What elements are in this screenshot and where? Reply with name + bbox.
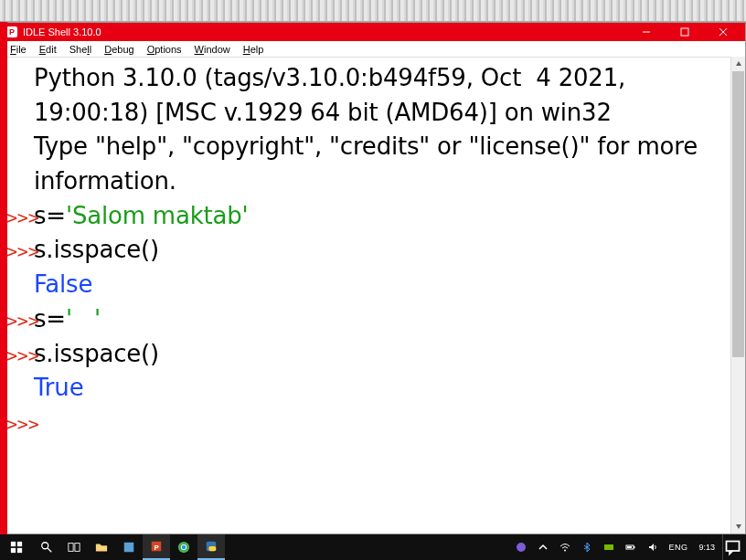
system-tray: ENG 9:13 [511,534,746,560]
task-view-button[interactable] [60,534,88,560]
vertical-scrollbar[interactable] [730,57,745,534]
file-explorer-taskbar[interactable] [88,534,115,560]
taskbar-left: P [0,534,225,560]
shell-output-area[interactable]: Python 3.10.0 (tags/v3.10.0:b494f59, Oct… [1,58,745,534]
menu-edit[interactable]: Edit [34,43,62,56]
menubar: File Edit Shell Debug Options Window Hel… [1,41,745,58]
svg-rect-22 [727,541,740,551]
scroll-up-button[interactable] [731,57,745,71]
windows-icon [10,541,23,554]
svg-rect-6 [69,544,73,552]
svg-rect-0 [681,28,688,36]
chrome-taskbar[interactable] [170,534,197,560]
tray-people-icon[interactable] [511,534,531,560]
svg-rect-21 [627,546,632,548]
powerpoint-taskbar[interactable]: P [143,534,170,560]
repl-prompt: >>> [6,406,34,438]
chrome-icon [177,541,190,554]
tray-battery-icon[interactable] [621,534,641,560]
input-line-2: s.isspace() [34,233,738,268]
scroll-down-button[interactable] [731,519,745,534]
folder-icon [95,541,108,554]
task-view-icon [68,541,80,554]
svg-rect-8 [124,543,134,553]
left-red-border [0,22,7,534]
python-app-icon: P [6,26,17,37]
search-icon [40,541,53,554]
menu-file[interactable]: File [5,43,32,56]
tray-wifi-icon[interactable] [555,534,575,560]
string-literal: ' ' [66,305,101,333]
svg-text:P: P [154,544,158,552]
app-taskbar-1[interactable] [115,534,143,560]
no-prompt [6,130,34,135]
titlebar: P IDLE Shell 3.10.0 [1,23,745,41]
string-literal: 'Salom maktab' [66,202,249,229]
menu-debug[interactable]: Debug [99,43,139,56]
tray-language[interactable]: ENG [665,543,691,552]
svg-point-17 [564,550,566,552]
idle-shell-window: P IDLE Shell 3.10.0 File Edit Shell Debu… [0,22,746,534]
search-button[interactable] [33,534,60,560]
tray-chevron-up-icon[interactable] [533,534,553,560]
idle-taskbar[interactable] [197,534,225,560]
input-line-4: s.isspace() [34,337,738,372]
svg-point-13 [182,545,186,549]
repl-prompt: >>> [6,199,34,231]
banner-line-2: Type "help", "copyright", "credits" or "… [34,130,738,198]
output-line-2: True [34,371,738,406]
input-line-3: s=' ' [34,302,738,337]
app-icon [123,541,135,554]
svg-point-16 [517,543,526,552]
minimize-button[interactable] [630,23,663,41]
svg-rect-15 [208,546,216,551]
svg-rect-20 [634,546,635,548]
svg-rect-1 [11,542,16,546]
python-icon [205,540,218,553]
input-line-1: s='Salom maktab' [34,199,738,234]
menu-help[interactable]: Help [238,43,270,56]
tray-bluetooth-icon[interactable] [577,534,597,560]
repl-prompt: >>> [6,302,34,334]
svg-rect-4 [17,548,22,553]
taskbar: P ENG 9:13 [0,534,746,560]
svg-point-5 [42,543,48,549]
tray-volume-icon[interactable] [643,534,663,560]
menu-shell[interactable]: Shell [64,43,97,56]
menu-window[interactable]: Window [189,43,236,56]
start-button[interactable] [0,534,33,560]
output-line-1: False [34,268,738,302]
tray-nvidia-icon[interactable] [599,534,619,560]
svg-rect-2 [17,542,22,546]
tray-clock[interactable]: 9:13 [693,543,720,552]
window-title: IDLE Shell 3.10.0 [23,26,624,37]
menu-options[interactable]: Options [142,43,187,56]
desktop: P IDLE Shell 3.10.0 File Edit Shell Debu… [0,0,746,560]
repl-prompt: >>> [6,233,34,265]
no-prompt [6,61,34,67]
top-decorative-strip [0,0,746,22]
banner-line-1: Python 3.10.0 (tags/v3.10.0:b494f59, Oct… [34,61,738,130]
svg-rect-3 [11,548,16,553]
repl-prompt: >>> [6,337,34,369]
powerpoint-icon: P [150,540,163,553]
svg-rect-7 [75,544,80,552]
svg-rect-18 [604,544,613,550]
close-button[interactable] [707,23,740,41]
maximize-button[interactable] [668,23,701,41]
tray-notifications-icon[interactable] [722,534,742,560]
scrollbar-thumb[interactable] [732,71,744,357]
